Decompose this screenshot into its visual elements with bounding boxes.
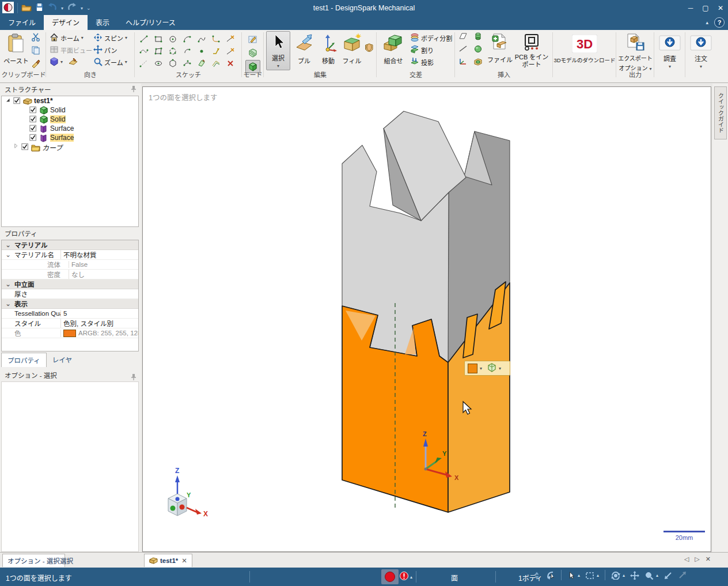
circle-icon[interactable] xyxy=(165,33,180,45)
undo-dropdown-icon[interactable]: ▾ xyxy=(61,6,63,11)
view-orient-button[interactable]: ▾ xyxy=(50,56,92,68)
insert-plane-icon[interactable] xyxy=(458,32,468,41)
app-logo-icon[interactable] xyxy=(2,2,14,15)
tab-file[interactable]: ファイル xyxy=(0,15,44,30)
tab-properties[interactable]: プロパティ xyxy=(1,353,47,367)
paste-button[interactable]: ペースト xyxy=(3,31,29,65)
property-section[interactable]: ⌄中立面 xyxy=(2,279,138,289)
color-swatch[interactable] xyxy=(63,330,76,337)
tree-item[interactable]: カーブ xyxy=(2,142,138,152)
export-options-button[interactable]: エクスポート オプション ▾ xyxy=(617,31,653,72)
tree-item[interactable]: Surface xyxy=(2,124,138,133)
pull-button[interactable]: プル xyxy=(293,31,316,65)
checkbox[interactable] xyxy=(29,134,37,142)
zoom-button[interactable]: ズーム▾ xyxy=(93,56,127,68)
orbit-icon[interactable] xyxy=(611,571,620,580)
bend-icon[interactable] xyxy=(208,45,223,57)
property-row[interactable]: 色ARGB: 255, 255, 128 xyxy=(2,328,138,338)
dropdown-arrow-icon[interactable]: ▴ xyxy=(656,573,658,578)
expander-expanded-icon[interactable] xyxy=(5,97,12,105)
section-mode-button[interactable] xyxy=(245,46,260,59)
cut-icon[interactable] xyxy=(31,32,40,43)
document-tab[interactable]: test1* ✕ xyxy=(144,554,192,567)
property-row[interactable]: スタイル色別, スタイル別 xyxy=(2,319,138,328)
property-row[interactable]: 密度なし xyxy=(2,270,138,279)
customize-toolbar-icon[interactable]: ⌄ xyxy=(86,5,91,11)
cursor-icon[interactable] xyxy=(567,571,575,580)
property-row[interactable]: 厚さ xyxy=(2,289,138,299)
viewport-canvas[interactable]: 1つの面を選択します Z xyxy=(142,86,711,552)
property-value[interactable]: 不明な材質 xyxy=(60,250,138,259)
insert-shell-icon[interactable] xyxy=(473,58,483,67)
download-3d-models-button[interactable]: 3D 3Dモデルのダウンロード xyxy=(553,32,616,64)
pan-button[interactable]: パン xyxy=(93,44,127,56)
property-value[interactable]: 色別, スタイル別 xyxy=(60,319,138,328)
fillet-icon[interactable] xyxy=(208,33,223,45)
tab-scroll-left-icon[interactable]: ◁ xyxy=(684,555,689,563)
delete-icon[interactable] xyxy=(223,57,237,69)
redo-dropdown-icon[interactable]: ▾ xyxy=(81,6,83,11)
minimize-button[interactable]: ─ xyxy=(683,0,698,16)
tab-design[interactable]: デザイン xyxy=(44,15,88,30)
checkbox[interactable] xyxy=(29,115,37,123)
display-style-button[interactable] xyxy=(487,363,496,374)
tab-close-icon[interactable]: ✕ xyxy=(181,557,187,565)
tree-item[interactable]: Solid xyxy=(2,105,138,115)
quick-guide-tab[interactable]: クイックガイド xyxy=(714,86,727,139)
marquee-select-icon[interactable] xyxy=(585,571,594,580)
arc-icon[interactable] xyxy=(180,57,194,69)
spline-corner-icon[interactable] xyxy=(194,33,208,45)
chevron-down-icon[interactable]: ⌄ xyxy=(2,251,14,259)
insert-line-icon[interactable] xyxy=(458,45,468,54)
tangent-arc-icon[interactable] xyxy=(180,33,194,45)
ellipse-icon[interactable] xyxy=(151,57,165,69)
help-icon[interactable]: ? xyxy=(714,17,725,28)
move-button[interactable]: 移動 xyxy=(317,31,340,65)
split-button[interactable]: 割り xyxy=(410,44,452,56)
sketch-fill-icon[interactable] xyxy=(194,57,208,69)
three-point-circle-icon[interactable] xyxy=(165,45,180,57)
line-icon[interactable] xyxy=(136,33,151,45)
dropdown-arrow-icon[interactable]: ▴ xyxy=(578,573,580,578)
point-icon[interactable] xyxy=(194,45,208,57)
dropdown-arrow-icon[interactable]: ▾ xyxy=(480,366,482,371)
home-view-button[interactable]: ホーム▾ xyxy=(50,32,92,44)
pan-icon[interactable] xyxy=(630,571,639,580)
collapse-ribbon-icon[interactable]: ▴ xyxy=(706,20,708,25)
spline-icon[interactable] xyxy=(136,45,151,57)
record-indicator-button[interactable] xyxy=(381,569,399,584)
tree-item[interactable]: Surface xyxy=(2,133,138,142)
property-value[interactable]: False xyxy=(69,261,138,268)
color-swatch-button[interactable] xyxy=(468,364,477,373)
dropdown-arrow-icon[interactable]: ▴ xyxy=(597,573,599,578)
rectangle-icon[interactable] xyxy=(151,33,165,45)
format-painter-icon[interactable] xyxy=(31,59,40,70)
save-icon[interactable] xyxy=(35,3,44,13)
checkbox[interactable] xyxy=(21,143,29,151)
checkbox[interactable] xyxy=(13,97,21,105)
sketch-mode-button[interactable] xyxy=(245,32,260,46)
checkbox[interactable] xyxy=(29,106,37,114)
previous-view-icon[interactable] xyxy=(663,571,673,580)
tab-scroll-right-icon[interactable]: ▷ xyxy=(695,555,699,563)
open-folder-icon[interactable] xyxy=(21,3,32,13)
trim-corner-icon[interactable] xyxy=(223,45,237,57)
undo-icon[interactable] xyxy=(47,3,58,13)
pin-icon[interactable] xyxy=(131,85,136,93)
combine-button[interactable]: 組合せ xyxy=(378,31,409,65)
chevron-down-icon[interactable]: ⌄ xyxy=(2,300,14,308)
chevron-down-icon[interactable]: ⌄ xyxy=(2,280,14,288)
next-view-icon[interactable] xyxy=(678,571,687,580)
tab-list-close-icon[interactable]: ✕ xyxy=(706,555,711,563)
spin-button[interactable]: スピン▾ xyxy=(93,32,127,44)
project-button[interactable]: 投影 xyxy=(410,56,452,68)
plan-view-button[interactable]: 平面ビュー xyxy=(50,44,92,56)
tab-layers[interactable]: レイヤ xyxy=(47,353,78,367)
spinner-icon[interactable] xyxy=(533,571,541,580)
zoom-icon[interactable] xyxy=(644,571,654,580)
copy-icon[interactable] xyxy=(31,46,40,56)
property-row[interactable]: ⌄マテリアル名不明な材質 xyxy=(2,250,138,260)
nav-cube[interactable]: Z Y X xyxy=(168,467,208,518)
property-row[interactable]: Tessellation Qua5 xyxy=(2,309,138,319)
property-value[interactable]: 5 xyxy=(60,310,138,317)
